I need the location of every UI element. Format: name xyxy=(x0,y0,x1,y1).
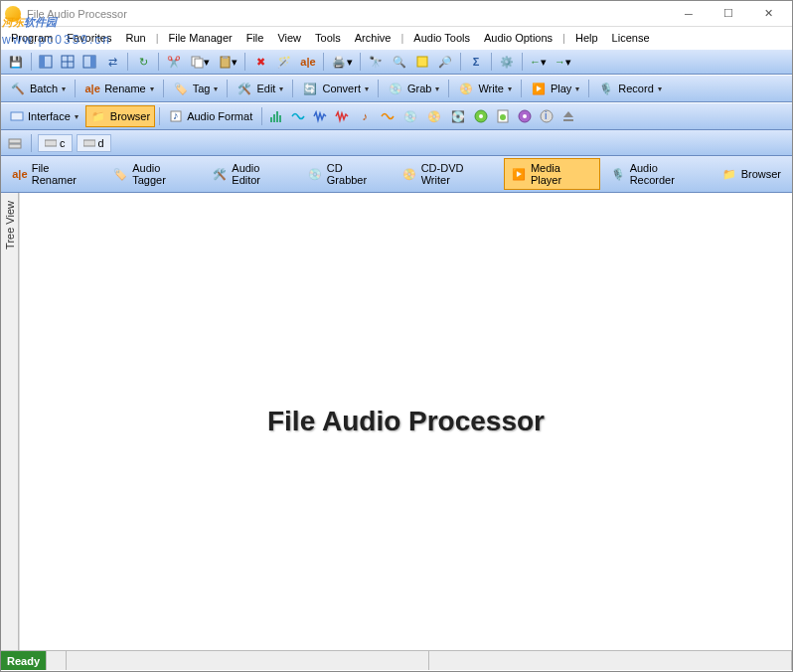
record-dropdown[interactable]: 🎙️Record▾ xyxy=(593,78,666,99)
wave-blue-icon[interactable] xyxy=(310,106,330,126)
menu-file-manager[interactable]: File Manager xyxy=(162,30,238,46)
drive-c[interactable]: c xyxy=(38,134,73,152)
tab-cd-grabber[interactable]: 💿CD Grabber xyxy=(300,158,392,190)
zoom-icon[interactable]: 🔎 xyxy=(434,52,456,72)
eject-icon[interactable] xyxy=(558,106,578,126)
menu-run[interactable]: Run xyxy=(119,30,151,46)
window-title: File Audio Processor xyxy=(27,8,669,20)
tree-view-panel[interactable]: Tree View xyxy=(1,193,19,650)
menu-program[interactable]: Program xyxy=(5,30,59,46)
svg-rect-15 xyxy=(270,117,272,122)
tab-audio-tagger[interactable]: 🏷️Audio Tagger xyxy=(105,158,202,190)
menu-tools[interactable]: Tools xyxy=(309,30,347,46)
svg-rect-31 xyxy=(45,140,57,146)
play-dropdown[interactable]: ▶️Play▾ xyxy=(526,78,584,99)
tag-label: Tag xyxy=(193,83,211,94)
find-icon[interactable]: 🔭 xyxy=(365,52,387,72)
copy-disc-icon[interactable]: 📀 xyxy=(423,106,445,126)
browser-button[interactable]: 📁Browser xyxy=(85,105,155,127)
toolbar-sep xyxy=(31,134,32,152)
menu-audio-tools[interactable]: Audio Tools xyxy=(407,30,476,46)
status-cell-3 xyxy=(429,651,792,670)
tab-audio-editor[interactable]: 🛠️Audio Editor xyxy=(206,158,298,190)
refresh-icon[interactable]: ↻ xyxy=(132,52,154,72)
tag-dropdown[interactable]: 🏷️Tag▾ xyxy=(168,78,224,99)
panel-left-icon[interactable] xyxy=(36,52,56,72)
menu-view[interactable]: View xyxy=(271,30,307,46)
print-icon[interactable]: 🖨️▾ xyxy=(328,52,356,72)
disc-info-icon[interactable]: i xyxy=(537,106,556,126)
panel-right-icon[interactable] xyxy=(79,52,99,72)
edit-label: Edit xyxy=(256,83,275,94)
drives-icon[interactable] xyxy=(5,133,25,153)
tab-file-renamer[interactable]: a|eFile Renamer xyxy=(5,158,102,190)
maximize-button[interactable]: ☐ xyxy=(709,2,748,26)
delete-icon[interactable]: ✖ xyxy=(249,52,271,72)
swap-panels-icon[interactable]: ⇄ xyxy=(101,52,123,72)
svg-rect-1 xyxy=(40,56,45,68)
tab-browser[interactable]: 📁Browser xyxy=(714,162,788,186)
back-icon[interactable]: ←▾ xyxy=(527,52,550,72)
drive-d[interactable]: d xyxy=(77,134,111,152)
toolbar-interface: Interface▾ 📁Browser ♪Audio Format ♪ 💿 📀 … xyxy=(1,102,792,130)
tab-audio-recorder[interactable]: 🎙️Audio Recorder xyxy=(603,158,712,190)
toolbar-sep xyxy=(159,107,160,125)
disc1-icon[interactable]: 💿 xyxy=(399,106,421,126)
browser-label: Browser xyxy=(110,110,150,122)
main-title: File Audio Processor xyxy=(267,406,545,437)
minimize-button[interactable]: ─ xyxy=(669,2,709,26)
audio-format-dropdown[interactable]: ♪Audio Format xyxy=(164,106,257,126)
grab-dropdown[interactable]: 💿Grab▾ xyxy=(383,78,444,99)
menu-archive[interactable]: Archive xyxy=(349,30,397,46)
disc-doc-icon[interactable] xyxy=(493,106,513,126)
tab-audio-tagger-label: Audio Tagger xyxy=(132,162,195,186)
forward-icon[interactable]: →▾ xyxy=(552,52,574,72)
drive-bar: c d xyxy=(1,130,792,156)
tab-cd-dvd-writer[interactable]: 📀CD-DVD Writer xyxy=(395,158,501,190)
toolbar-main: 💾 ⇄ ↻ ✂️ ▾ ▾ ✖ 🪄 a|e 🖨️▾ 🔭 🔍 🔎 Σ ⚙️ ←▾ →… xyxy=(1,49,792,75)
toolbar-sep xyxy=(378,80,379,97)
panel-grid-icon[interactable] xyxy=(58,52,78,72)
cut-icon[interactable]: ✂️ xyxy=(163,52,185,72)
note-icon[interactable]: ♪ xyxy=(354,106,376,126)
menu-favorites[interactable]: Favorites xyxy=(61,30,117,46)
wave-cyan-icon[interactable] xyxy=(288,106,308,126)
wave-orange-icon[interactable] xyxy=(378,106,397,126)
write-dropdown[interactable]: 📀Write▾ xyxy=(453,78,516,99)
menu-audio-options[interactable]: Audio Options xyxy=(478,30,558,46)
tab-cd-grabber-label: CD Grabber xyxy=(327,162,385,186)
gear-icon[interactable]: ⚙️ xyxy=(496,52,518,72)
toolbar-sep xyxy=(75,80,76,97)
workspace: Tree View File Audio Processor xyxy=(1,193,792,650)
menu-file[interactable]: File xyxy=(240,30,270,46)
menu-help[interactable]: Help xyxy=(569,30,604,46)
menu-license[interactable]: License xyxy=(606,30,656,46)
toolbar-sep xyxy=(448,80,449,97)
edit-dropdown[interactable]: 🛠️Edit▾ xyxy=(232,78,288,99)
svg-rect-17 xyxy=(276,111,278,122)
wave-red-icon[interactable] xyxy=(332,106,352,126)
convert-dropdown[interactable]: 🔄Convert▾ xyxy=(297,78,374,99)
status-cell-1 xyxy=(47,651,67,670)
disc-folder-icon[interactable]: 💽 xyxy=(447,106,469,126)
svg-rect-10 xyxy=(223,56,228,59)
interface-dropdown[interactable]: Interface▾ xyxy=(5,106,83,126)
rename-dropdown[interactable]: a|eRename▾ xyxy=(79,78,159,99)
tab-media-player[interactable]: ▶️Media Player xyxy=(504,158,600,190)
paste-icon[interactable]: ▾ xyxy=(215,52,240,72)
batch-dropdown[interactable]: 🔨Batch▾ xyxy=(5,78,71,99)
copy-icon[interactable]: ▾ xyxy=(187,52,213,72)
svg-marker-27 xyxy=(563,111,573,117)
wand-icon[interactable]: 🪄 xyxy=(273,52,295,72)
sigma-icon[interactable]: Σ xyxy=(465,52,487,72)
rename-inline-icon[interactable]: a|e xyxy=(297,52,319,72)
menu-sep: | xyxy=(398,32,405,44)
save-icon[interactable]: 💾 xyxy=(5,52,27,72)
search-icon[interactable]: 🔍 xyxy=(389,52,410,72)
spectrum-icon[interactable] xyxy=(266,106,286,126)
highlight-icon[interactable] xyxy=(412,52,432,72)
close-button[interactable]: ✕ xyxy=(748,2,788,26)
status-cell-2 xyxy=(67,651,429,670)
disc-purple-icon[interactable] xyxy=(515,106,535,126)
disc-green-icon[interactable] xyxy=(471,106,491,126)
